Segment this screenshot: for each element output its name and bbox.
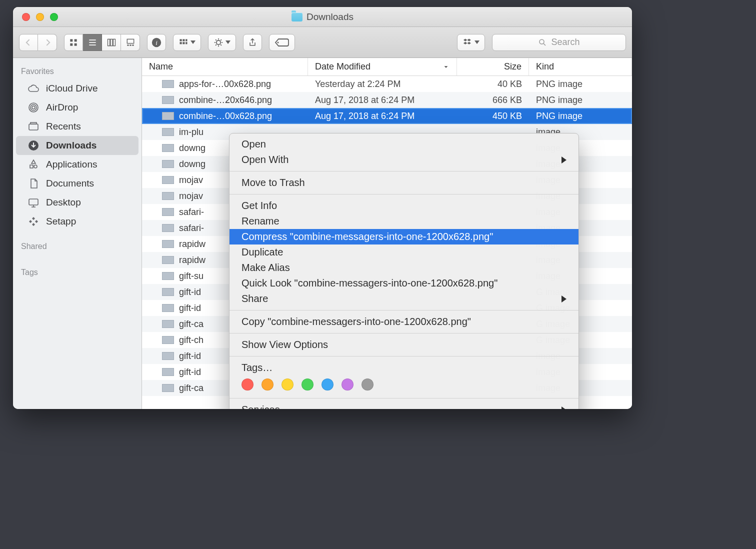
cm-tags[interactable]: Tags… — [230, 360, 578, 374]
gallery-icon — [126, 38, 136, 48]
grid-icon — [68, 38, 78, 48]
minimize-button[interactable] — [36, 13, 44, 21]
cm-separator — [230, 333, 578, 334]
sidebar-item-recents[interactable]: Recents — [16, 117, 138, 136]
forward-button[interactable] — [38, 34, 57, 51]
context-menu: Open Open With Move to Trash Get Info Re… — [229, 133, 579, 409]
action-button[interactable] — [208, 34, 236, 51]
sidebar-item-label: Documents — [46, 178, 94, 189]
cell-name: apps-for-…00x628.png — [142, 79, 308, 90]
gallery-view-button[interactable] — [121, 34, 140, 51]
cm-move-trash[interactable]: Move to Trash — [230, 175, 578, 190]
sidebar-item-downloads[interactable]: Downloads — [16, 136, 138, 155]
tag-color-dot[interactable] — [362, 378, 374, 390]
arrange-button[interactable] — [173, 34, 201, 51]
sidebar-item-desktop[interactable]: Desktop — [16, 193, 138, 212]
tag-button[interactable] — [269, 34, 295, 51]
submenu-arrow-icon — [562, 406, 566, 410]
tag-color-dot[interactable] — [342, 378, 354, 390]
cm-rename[interactable]: Rename — [230, 214, 578, 229]
cm-share[interactable]: Share — [230, 291, 578, 306]
file-thumb-icon — [162, 352, 174, 360]
file-name: combine-…20x646.png — [179, 95, 272, 106]
cm-separator — [230, 171, 578, 172]
arrange-icon — [178, 38, 188, 48]
list-view-button[interactable] — [83, 34, 102, 51]
sidebar-item-setapp[interactable]: Setapp — [16, 212, 138, 231]
sidebar-item-airdrop[interactable]: AirDrop — [16, 98, 138, 117]
sidebar-item-icloud[interactable]: iCloud Drive — [16, 79, 138, 98]
cm-make-alias[interactable]: Make Alias — [230, 260, 578, 276]
svg-rect-6 — [89, 44, 96, 46]
svg-rect-1 — [74, 39, 77, 42]
submenu-arrow-icon — [562, 156, 566, 164]
traffic-lights — [13, 13, 58, 21]
tag-color-dot[interactable] — [262, 378, 274, 390]
sidebar-heading-shared: Shared — [13, 238, 142, 254]
zoom-button[interactable] — [50, 13, 58, 21]
cm-get-info[interactable]: Get Info — [230, 198, 578, 214]
svg-rect-32 — [29, 199, 38, 205]
tag-icon — [274, 38, 290, 47]
cm-open-with[interactable]: Open With — [230, 152, 578, 168]
close-button[interactable] — [22, 13, 30, 21]
svg-rect-21 — [186, 42, 187, 44]
file-row[interactable]: combine-…00x628.pngAug 17, 2018 at 6:24 … — [142, 108, 632, 124]
cm-open[interactable]: Open — [230, 136, 578, 152]
file-thumb-icon — [162, 80, 174, 88]
back-button[interactable] — [19, 34, 38, 51]
svg-point-27 — [30, 104, 36, 110]
window-title: Downloads — [13, 12, 632, 22]
file-name: rapidw — [179, 239, 206, 250]
sidebar-item-label: Downloads — [46, 140, 96, 151]
sidebar-item-label: Applications — [46, 159, 97, 170]
file-row[interactable]: combine-…20x646.pngAug 17, 2018 at 6:24 … — [142, 92, 632, 108]
column-date[interactable]: Date Modified — [308, 58, 457, 76]
svg-rect-10 — [127, 39, 134, 43]
cm-show-view[interactable]: Show View Options — [230, 337, 578, 352]
gear-icon — [214, 38, 224, 48]
column-name[interactable]: Name — [142, 58, 308, 76]
tag-color-dot[interactable] — [282, 378, 294, 390]
icon-view-button[interactable] — [64, 34, 83, 51]
info-button[interactable]: i — [147, 34, 166, 51]
tag-color-dot[interactable] — [242, 378, 254, 390]
file-thumb-icon — [162, 160, 174, 168]
sidebar-item-documents[interactable]: Documents — [16, 174, 138, 193]
file-name: gift-id — [179, 367, 201, 378]
file-name: gift-ca — [179, 319, 204, 330]
file-row[interactable]: apps-for-…00x628.pngYesterday at 2:24 PM… — [142, 76, 632, 92]
svg-rect-8 — [110, 39, 112, 46]
tag-color-dot[interactable] — [322, 378, 334, 390]
submenu-arrow-icon — [562, 296, 566, 302]
file-name: rapidw — [179, 255, 206, 266]
file-name: gift-ch — [179, 335, 204, 346]
file-thumb-icon — [162, 192, 174, 200]
svg-rect-7 — [108, 39, 110, 46]
recents-icon — [27, 120, 40, 132]
tag-color-dot[interactable] — [302, 378, 314, 390]
sidebar-heading-tags: Tags — [13, 264, 142, 280]
file-thumb-icon — [162, 176, 174, 184]
file-thumb-icon — [162, 336, 174, 344]
applications-icon — [27, 158, 40, 170]
cm-duplicate[interactable]: Duplicate — [230, 244, 578, 260]
svg-rect-5 — [89, 42, 96, 43]
column-size[interactable]: Size — [457, 58, 529, 76]
search-field[interactable]: Search — [492, 34, 626, 51]
dropbox-button[interactable] — [457, 34, 485, 51]
column-kind[interactable]: Kind — [529, 58, 632, 76]
share-button[interactable] — [243, 34, 262, 51]
cm-separator — [230, 398, 578, 398]
cm-compress[interactable]: Compress "combine-messagers-into-one-120… — [230, 229, 578, 244]
search-icon — [538, 38, 547, 47]
cm-copy[interactable]: Copy "combine-messagers-into-one-1200x62… — [230, 314, 578, 330]
cm-services[interactable]: Services — [230, 402, 578, 409]
cm-separator — [230, 194, 578, 194]
column-view-button[interactable] — [102, 34, 121, 51]
cell-kind: PNG image — [529, 111, 632, 122]
file-thumb-icon — [162, 128, 174, 136]
cm-quick-look[interactable]: Quick Look "combine-messagers-into-one-1… — [230, 276, 578, 291]
sidebar-item-applications[interactable]: Applications — [16, 155, 138, 174]
sidebar-heading-favorites: Favorites — [13, 63, 142, 79]
